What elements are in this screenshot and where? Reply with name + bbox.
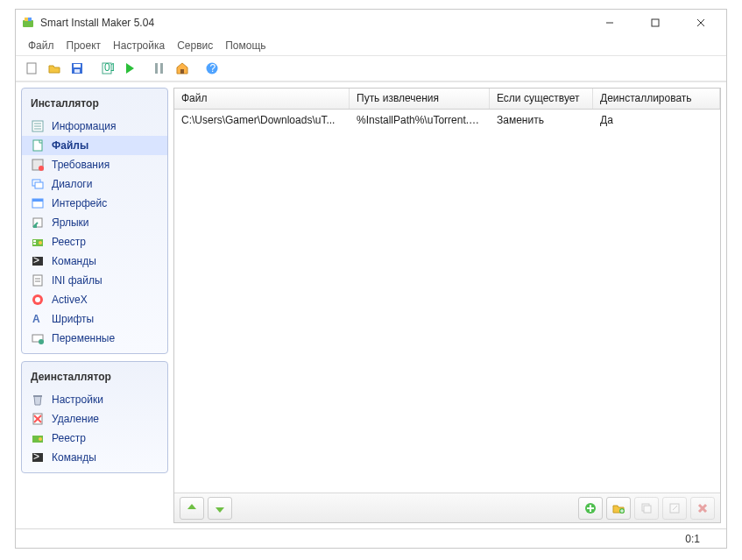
svg-rect-9: [74, 64, 81, 67]
variables-icon: [31, 331, 45, 345]
home-button[interactable]: [172, 58, 193, 79]
sidebar-item-label: Файлы: [52, 139, 88, 152]
col-extract[interactable]: Путь извлечения: [350, 89, 490, 109]
sidebar-item-files[interactable]: Файлы: [22, 136, 167, 155]
sidebar-item-variables[interactable]: Переменные: [22, 329, 167, 348]
svg-rect-15: [180, 69, 184, 74]
move-up-button[interactable]: [180, 497, 204, 520]
svg-rect-22: [33, 140, 42, 151]
menu-service[interactable]: Сервис: [172, 38, 218, 53]
sidebar-item-un-delete[interactable]: Удаление: [22, 409, 167, 429]
sidebar-item-un-registry[interactable]: Реестр: [22, 429, 167, 448]
status-ratio: 0:1: [685, 533, 700, 545]
svg-text:01: 01: [104, 61, 114, 74]
minimize-button[interactable]: [591, 11, 628, 35]
sidebar-item-requirements[interactable]: Требования: [22, 155, 167, 174]
registry-icon: [31, 235, 45, 249]
cell-exists: Заменить: [490, 110, 593, 130]
commands-icon: >_: [31, 450, 45, 464]
commands-icon: >_: [31, 254, 45, 268]
help-button[interactable]: ?: [201, 58, 223, 79]
app-icon: [21, 16, 35, 30]
tools-button[interactable]: [149, 58, 170, 79]
menu-project[interactable]: Проект: [61, 38, 107, 53]
menu-file[interactable]: Файл: [23, 38, 60, 53]
shortcuts-icon: [31, 216, 45, 230]
copy-button[interactable]: [634, 497, 659, 520]
sidebar-item-commands[interactable]: >_Команды: [22, 252, 167, 271]
sidebar-item-label: Шрифты: [52, 313, 94, 325]
cell-extract: %InstallPath%\uTorrent.exe: [350, 110, 490, 130]
edit-button[interactable]: [662, 497, 687, 520]
move-down-button[interactable]: [208, 497, 232, 520]
svg-point-24: [39, 166, 44, 171]
sidebar-item-label: Диалоги: [52, 178, 92, 190]
svg-point-49: [39, 437, 42, 441]
svg-rect-7: [27, 63, 36, 74]
sidebar-item-shortcuts[interactable]: Ярлыки: [22, 213, 167, 232]
sidebar-item-label: Удаление: [52, 413, 99, 425]
ini-icon: [31, 273, 45, 287]
table-empty-area: [174, 131, 720, 493]
sidebar-item-interface[interactable]: Интерфейс: [22, 194, 167, 213]
sidebar-item-label: INI файлы: [52, 274, 102, 287]
sidebar-item-registry[interactable]: Реестр: [22, 232, 167, 252]
sidebar-item-information[interactable]: Информация: [22, 117, 167, 136]
menu-help[interactable]: Помощь: [220, 38, 271, 53]
col-file[interactable]: Файл: [174, 89, 350, 109]
interface-icon: [31, 196, 45, 210]
col-uninstall[interactable]: Деинсталлировать: [593, 89, 720, 109]
sidebar-item-label: Переменные: [52, 332, 115, 344]
remove-button[interactable]: [690, 497, 715, 520]
svg-rect-14: [160, 63, 163, 74]
sidebar-item-dialogs[interactable]: Диалоги: [22, 174, 167, 194]
sidebar-item-ini[interactable]: INI файлы: [22, 271, 167, 290]
window-controls: [591, 11, 721, 35]
sidebar-item-activex[interactable]: ActiveX: [22, 290, 167, 309]
menubar: Файл Проект Настройка Сервис Помощь: [16, 36, 726, 55]
fonts-icon: A: [31, 312, 45, 326]
new-button[interactable]: [21, 58, 42, 79]
sidebar-item-un-commands[interactable]: >_Команды: [22, 448, 167, 467]
add-button[interactable]: [578, 497, 603, 520]
col-exists[interactable]: Если существует: [490, 89, 593, 109]
binary-button[interactable]: 01: [96, 58, 117, 79]
statusbar: 0:1: [16, 528, 726, 548]
files-icon: [31, 138, 45, 152]
dialogs-icon: [31, 177, 45, 191]
sidebar-item-label: Информация: [52, 120, 116, 132]
close-button[interactable]: [682, 11, 719, 35]
table-row[interactable]: C:\Users\Gamer\Downloads\uT... %InstallP…: [174, 110, 720, 131]
run-button[interactable]: [119, 58, 140, 79]
svg-text:>_: >_: [33, 254, 45, 266]
sidebar-item-un-settings[interactable]: Настройки: [22, 390, 167, 409]
svg-text:?: ?: [210, 62, 216, 74]
table-header: Файл Путь извлечения Если существует Деи…: [174, 89, 720, 110]
svg-rect-32: [33, 243, 36, 245]
svg-rect-31: [33, 240, 36, 242]
sidebar-item-label: Ярлыки: [52, 216, 89, 229]
activex-icon: [31, 293, 45, 307]
maximize-button[interactable]: [637, 11, 674, 35]
sidebar-item-label: Команды: [52, 255, 96, 267]
sidebar-item-label: ActiveX: [52, 294, 88, 306]
add-folder-button[interactable]: [606, 497, 631, 520]
sidebar-item-fonts[interactable]: AШрифты: [22, 309, 167, 329]
window-title: Smart Install Maker 5.04: [40, 17, 154, 29]
title-left: Smart Install Maker 5.04: [21, 16, 154, 30]
sidebar-item-label: Настройки: [52, 393, 103, 406]
menu-settings[interactable]: Настройка: [108, 38, 170, 53]
svg-rect-59: [644, 506, 651, 513]
bottom-toolbar: [174, 493, 720, 522]
save-button[interactable]: [67, 58, 88, 79]
open-button[interactable]: [44, 58, 65, 79]
info-icon: [31, 119, 45, 133]
sidebar-item-label: Реестр: [52, 432, 86, 444]
trash-icon: [31, 393, 45, 407]
main-panel: Файл Путь извлечения Если существует Деи…: [173, 88, 721, 523]
requirements-icon: [31, 158, 45, 172]
svg-rect-26: [35, 182, 43, 188]
sidebar-item-label: Требования: [52, 159, 110, 171]
sidebar-item-label: Команды: [52, 451, 96, 464]
svg-text:A: A: [32, 313, 40, 325]
